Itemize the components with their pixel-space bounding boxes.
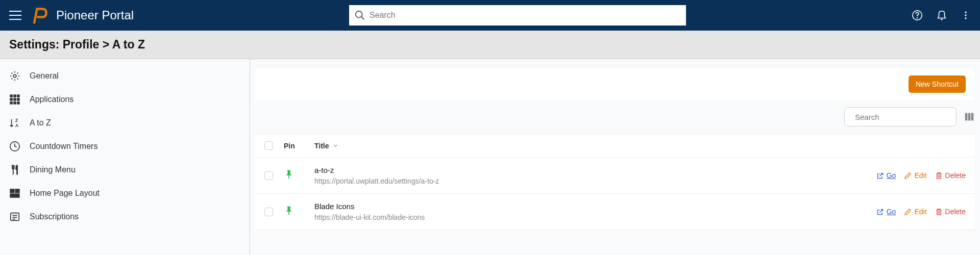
layout-icon [9, 188, 20, 199]
row-checkbox[interactable] [264, 171, 273, 180]
global-search[interactable] [349, 5, 686, 26]
svg-rect-31 [971, 113, 974, 121]
pin-icon[interactable] [284, 169, 294, 180]
trash-icon [935, 172, 943, 180]
go-link[interactable]: Go [876, 171, 896, 180]
edit-link[interactable]: Edit [904, 208, 926, 216]
chevron-down-icon [332, 142, 339, 149]
delete-link[interactable]: Delete [935, 208, 966, 216]
sidebar-item-countdown[interactable]: Countdown Timers [0, 135, 250, 158]
svg-point-6 [965, 17, 966, 19]
table-search[interactable] [844, 107, 957, 126]
shortcut-url: https://portal.uwplatt.edu/settings/a-to… [314, 177, 876, 185]
svg-rect-13 [17, 98, 20, 101]
shortcut-title: Blade Icons [314, 202, 876, 211]
sidebar-item-layout[interactable]: Home Page Layout [0, 182, 250, 205]
svg-line-1 [361, 17, 364, 20]
newspaper-icon [9, 211, 20, 222]
app-title: Pioneer Portal [56, 8, 134, 22]
more-icon[interactable] [961, 10, 971, 20]
sidebar-item-label: A to Z [30, 118, 51, 128]
gear-icon [9, 70, 20, 82]
sidebar: General Applications ZA A to Z Countdown… [0, 59, 250, 255]
column-pin[interactable]: Pin [284, 142, 314, 150]
help-icon[interactable] [912, 10, 923, 21]
toolbar: New Shortcut [255, 68, 975, 100]
external-link-icon [876, 172, 884, 180]
svg-rect-9 [14, 95, 16, 97]
svg-rect-10 [17, 95, 20, 97]
table-row: a-to-z https://portal.uwplatt.edu/settin… [255, 158, 975, 194]
edit-icon [904, 172, 912, 180]
table-row: Blade Icons https://blade-ui-kit.com/bla… [255, 194, 975, 230]
svg-rect-16 [17, 102, 20, 105]
svg-rect-21 [15, 189, 19, 193]
svg-rect-12 [14, 98, 16, 101]
select-all-checkbox[interactable] [264, 141, 273, 150]
svg-text:Z: Z [15, 118, 18, 123]
columns-icon[interactable] [964, 111, 975, 122]
sidebar-item-dining[interactable]: Dining Menu [0, 158, 250, 182]
svg-rect-15 [14, 102, 16, 105]
sidebar-item-label: Countdown Timers [30, 142, 97, 151]
breadcrumb: Settings: Profile > A to Z [0, 31, 980, 59]
delete-link[interactable]: Delete [935, 171, 966, 180]
page-title: Settings: Profile > A to Z [9, 38, 971, 52]
svg-rect-22 [10, 194, 19, 197]
clock-icon [9, 141, 20, 152]
edit-link[interactable]: Edit [904, 171, 926, 180]
menu-toggle[interactable] [9, 9, 21, 21]
pin-icon[interactable] [284, 206, 294, 216]
sidebar-item-label: Home Page Layout [30, 189, 100, 198]
sidebar-item-general[interactable]: General [0, 64, 250, 88]
search-icon [354, 10, 365, 21]
edit-icon [904, 208, 912, 216]
external-link-icon [876, 208, 884, 216]
sidebar-item-applications[interactable]: Applications [0, 88, 250, 111]
shortcut-title: a-to-z [314, 166, 876, 174]
global-search-input[interactable] [370, 11, 681, 20]
topbar: Pioneer Portal [0, 0, 980, 31]
table-search-input[interactable] [855, 113, 952, 121]
filter-bar [255, 100, 975, 134]
shortcuts-table: Pin Title a-to-z https://portal.uwplatt.… [255, 134, 975, 230]
svg-rect-30 [968, 113, 971, 121]
sidebar-item-label: Dining Menu [30, 165, 76, 174]
column-title[interactable]: Title [314, 142, 966, 150]
svg-rect-29 [965, 113, 968, 121]
sidebar-item-label: General [30, 71, 59, 81]
new-shortcut-button[interactable]: New Shortcut [909, 75, 966, 93]
svg-rect-11 [10, 98, 13, 101]
svg-rect-8 [10, 95, 13, 97]
main-content: New Shortcut Pin Title [250, 59, 980, 255]
svg-text:A: A [15, 123, 18, 128]
row-checkbox[interactable] [264, 208, 273, 216]
notifications-icon[interactable] [936, 10, 947, 21]
svg-point-7 [13, 74, 16, 78]
trash-icon [935, 208, 943, 216]
grid-icon [9, 94, 20, 105]
table-header: Pin Title [255, 134, 975, 158]
shortcut-url: https://blade-ui-kit.com/blade-icons [314, 213, 876, 221]
svg-point-5 [965, 14, 966, 16]
utensils-icon [9, 164, 20, 175]
sidebar-item-atoz[interactable]: ZA A to Z [0, 111, 250, 135]
app-logo[interactable] [31, 6, 49, 24]
svg-point-4 [965, 12, 966, 13]
svg-point-3 [917, 18, 918, 18]
sidebar-item-subscriptions[interactable]: Subscriptions [0, 205, 250, 228]
svg-rect-14 [10, 102, 13, 105]
sidebar-item-label: Applications [30, 95, 74, 104]
sidebar-item-label: Subscriptions [30, 212, 79, 221]
svg-point-0 [356, 11, 362, 18]
go-link[interactable]: Go [876, 208, 896, 216]
sort-az-icon: ZA [9, 117, 20, 129]
svg-rect-20 [10, 189, 14, 193]
